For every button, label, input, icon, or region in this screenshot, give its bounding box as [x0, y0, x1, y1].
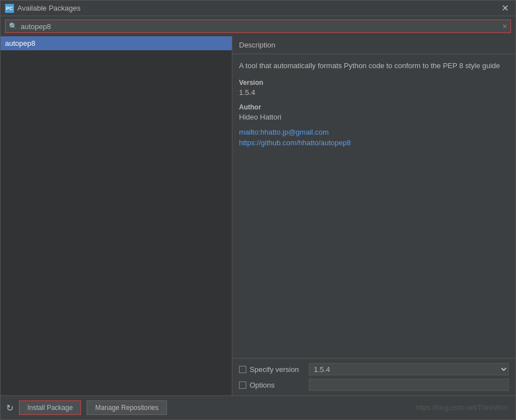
description-content: A tool that automatically formats Python… [232, 54, 515, 358]
description-header: Description [232, 36, 515, 54]
specify-version-checkbox[interactable] [239, 366, 246, 373]
refresh-icon[interactable]: ↻ [6, 403, 13, 413]
author-label: Author [239, 103, 509, 111]
email-link[interactable]: mailto:hhatto.jp@gmail.com [239, 128, 509, 136]
main-content: autopep8 Description A tool that automat… [1, 36, 515, 395]
github-link[interactable]: https://github.com/hhatto/autopep8 [239, 139, 509, 147]
install-package-button[interactable]: Install Package [19, 400, 81, 415]
description-text: A tool that automatically formats Python… [239, 61, 509, 71]
title-bar-left: PC Available Packages [5, 4, 80, 13]
search-input-wrapper: 🔍 × [5, 20, 511, 33]
version-value: 1.5.4 [239, 88, 509, 97]
close-button[interactable]: ✕ [499, 3, 511, 14]
available-packages-window: PC Available Packages ✕ 🔍 × autopep8 Des… [0, 0, 516, 420]
author-value: Hideo Hattori [239, 113, 509, 121]
search-clear-icon[interactable]: × [503, 22, 507, 31]
description-footer: Specify version 1.5.4 Options [232, 358, 515, 395]
search-icon: 🔍 [9, 22, 17, 30]
search-input[interactable] [21, 22, 499, 31]
options-row: Options [239, 379, 509, 391]
app-icon: PC [5, 4, 14, 13]
search-bar: 🔍 × [1, 16, 515, 36]
title-bar: PC Available Packages ✕ [1, 1, 515, 16]
description-panel: Description A tool that automatically fo… [232, 36, 515, 395]
specify-version-row: Specify version 1.5.4 [239, 363, 509, 375]
options-input[interactable] [309, 379, 509, 391]
version-label: Version [239, 79, 509, 87]
version-select[interactable]: 1.5.4 [309, 363, 509, 375]
package-list: autopep8 [1, 36, 232, 395]
options-label: Options [250, 381, 305, 389]
window-title: Available Packages [17, 4, 80, 12]
bottom-bar: ↻ Install Package Manage Repositories ht… [1, 395, 515, 419]
manage-repositories-button[interactable]: Manage Repositories [87, 400, 166, 415]
bottom-left: ↻ Install Package Manage Repositories [6, 400, 167, 415]
options-checkbox[interactable] [239, 381, 246, 389]
specify-version-label: Specify version [250, 365, 305, 374]
watermark-text: https://blog.csdn.net/ThinkWon [415, 404, 510, 412]
list-item[interactable]: autopep8 [1, 36, 232, 50]
